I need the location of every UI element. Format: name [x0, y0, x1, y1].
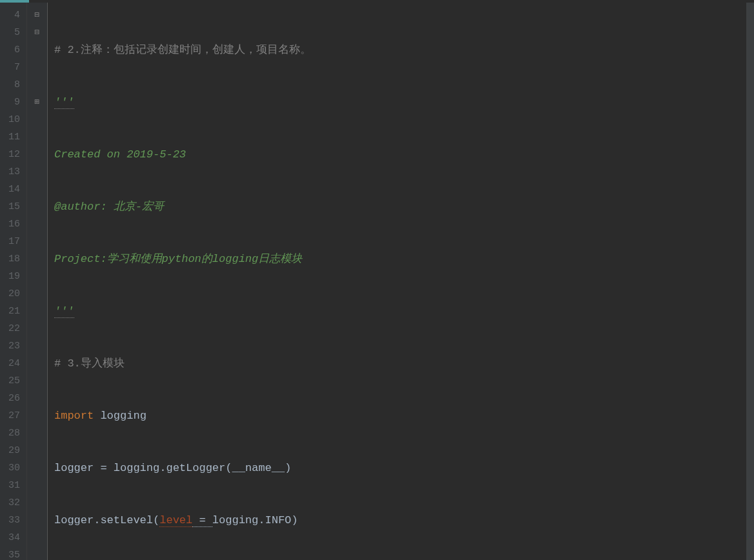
code-editor: 4567891011121314151617181920212223242526… [0, 3, 754, 560]
fold-marker [27, 198, 47, 215]
code-line: logger = logging.getLogger(__name__) [54, 459, 754, 477]
fold-marker [27, 285, 47, 303]
line-number[interactable]: 35 [0, 546, 20, 560]
line-number[interactable]: 25 [0, 372, 20, 390]
fold-marker [27, 546, 47, 560]
line-number[interactable]: 5 [0, 24, 20, 41]
line-number[interactable]: 9 [0, 94, 20, 111]
fold-marker [27, 181, 47, 198]
line-number[interactable]: 13 [0, 163, 20, 181]
vertical-scrollbar[interactable] [746, 3, 754, 560]
line-number[interactable]: 7 [0, 59, 20, 76]
fold-marker [27, 355, 47, 372]
fold-gutter[interactable]: ⊟⊟⊞ [27, 3, 48, 560]
fold-marker[interactable]: ⊟ [27, 6, 47, 24]
code-line: logger.setLevel(level = logging.INFO) [54, 512, 754, 529]
comment-text: # 2.注释：包括记录创建时间，创建人，项目名称。 [54, 44, 311, 56]
line-number[interactable]: 4 [0, 6, 20, 24]
line-number[interactable]: 32 [0, 494, 20, 512]
fold-marker [27, 111, 47, 128]
line-number[interactable]: 23 [0, 337, 20, 355]
fold-marker [27, 59, 47, 76]
code-area[interactable]: # 2.注释：包括记录创建时间，创建人，项目名称。 ''' Created on… [48, 3, 754, 560]
docstring-text: ''' [54, 96, 74, 109]
fold-marker [27, 41, 47, 59]
code-line: ''' [54, 94, 754, 111]
fold-marker [27, 250, 47, 268]
line-number[interactable]: 30 [0, 459, 20, 477]
code-line: # 3.导入模块 [54, 355, 754, 372]
line-number[interactable]: 33 [0, 512, 20, 529]
fold-marker [27, 512, 47, 529]
fold-marker [27, 337, 47, 355]
fold-marker [27, 128, 47, 146]
code-line: Created on 2019-5-23 [54, 146, 754, 163]
line-number[interactable]: 8 [0, 76, 20, 94]
comment-text: # 3.导入模块 [54, 357, 125, 370]
fold-marker [27, 407, 47, 425]
line-number[interactable]: 10 [0, 111, 20, 128]
keyword: import [54, 410, 94, 422]
line-number[interactable]: 26 [0, 390, 20, 407]
line-number-gutter[interactable]: 4567891011121314151617181920212223242526… [0, 3, 27, 560]
fold-marker [27, 320, 47, 337]
code-line: @author: 北京-宏哥 [54, 198, 754, 215]
fold-marker [27, 477, 47, 494]
line-number[interactable]: 11 [0, 128, 20, 146]
code-line: import logging [54, 407, 754, 425]
line-number[interactable]: 21 [0, 303, 20, 320]
fold-marker [27, 215, 47, 233]
fold-marker[interactable]: ⊞ [27, 94, 47, 111]
line-number[interactable]: 12 [0, 146, 20, 163]
code-line: Project:学习和使用python的logging日志模块 [54, 250, 754, 268]
line-number[interactable]: 27 [0, 407, 20, 425]
fold-marker [27, 390, 47, 407]
fold-marker [27, 494, 47, 512]
fold-marker [27, 76, 47, 94]
fold-marker[interactable]: ⊟ [27, 24, 47, 41]
line-number[interactable]: 14 [0, 181, 20, 198]
fold-marker [27, 425, 47, 442]
line-number[interactable]: 34 [0, 529, 20, 546]
line-number[interactable]: 31 [0, 477, 20, 494]
docstring-text: @author: 北京-宏哥 [54, 201, 164, 213]
docstring-text: Created on 2019-5-23 [54, 148, 186, 161]
line-number[interactable]: 20 [0, 285, 20, 303]
line-number[interactable]: 6 [0, 41, 20, 59]
line-number[interactable]: 28 [0, 425, 20, 442]
line-number[interactable]: 24 [0, 355, 20, 372]
fold-marker [27, 442, 47, 459]
code-line: # 2.注释：包括记录创建时间，创建人，项目名称。 [54, 41, 754, 59]
fold-marker [27, 529, 47, 546]
fold-marker [27, 163, 47, 181]
line-number[interactable]: 22 [0, 320, 20, 337]
fold-marker [27, 459, 47, 477]
line-number[interactable]: 16 [0, 215, 20, 233]
line-number[interactable]: 18 [0, 250, 20, 268]
fold-marker [27, 268, 47, 285]
fold-marker [27, 372, 47, 390]
docstring-text: ''' [54, 305, 74, 318]
fold-marker [27, 146, 47, 163]
fold-marker [27, 303, 47, 320]
docstring-text: Project:学习和使用python的logging日志模块 [54, 253, 302, 265]
line-number[interactable]: 17 [0, 233, 20, 250]
code-line: ''' [54, 303, 754, 320]
line-number[interactable]: 19 [0, 268, 20, 285]
line-number[interactable]: 29 [0, 442, 20, 459]
fold-marker [27, 233, 47, 250]
line-number[interactable]: 15 [0, 198, 20, 215]
